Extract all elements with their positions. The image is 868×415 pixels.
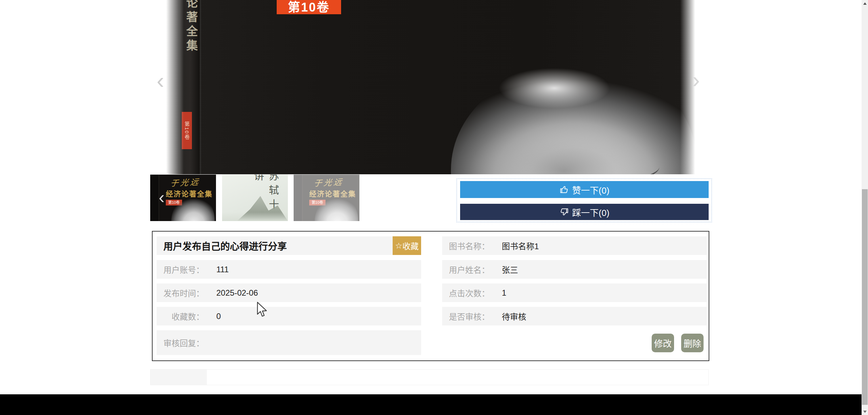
- thumb-spine: [150, 175, 159, 221]
- field-value: 2025-02-06: [216, 288, 258, 298]
- field-label: 收藏数：: [157, 310, 204, 322]
- thumb-mist-art: [222, 212, 288, 221]
- thumbs-down-icon: [559, 207, 569, 217]
- scrollbar-thumb[interactable]: [862, 189, 868, 405]
- page: 论著全集 第10卷 第10卷 ‹ › 于光远 经济论著全集 第10卷 苏轼十讲 …: [0, 0, 868, 415]
- thumbnail-book-2[interactable]: 苏轼十讲: [222, 175, 288, 221]
- detail-title: 用户发布自己的心得进行分享: [157, 239, 287, 253]
- field-value: 111: [216, 265, 229, 274]
- scrollbar-down-button[interactable]: [862, 408, 868, 415]
- dislike-button[interactable]: 踩一下(0): [460, 204, 709, 220]
- field-publish-time: 发布时间： 2025-02-06: [157, 283, 421, 302]
- book-cover-edge: [200, 0, 201, 174]
- delete-button[interactable]: 删除: [681, 334, 704, 352]
- field-book-name: 图书名称： 图书名称1: [442, 236, 707, 255]
- thumb-inactive-overlay: [294, 175, 359, 221]
- detail-panel: 用户发布自己的心得进行分享 ☆收藏 用户账号： 111 发布时间： 2025-0…: [152, 231, 709, 361]
- field-label: 点击次数：: [442, 287, 490, 299]
- field-value: 图书名称1: [502, 240, 539, 252]
- favorite-button[interactable]: ☆收藏: [393, 236, 421, 255]
- field-label: 是否审核：: [442, 310, 490, 322]
- portrait-highlight: [498, 68, 610, 108]
- footer-bar: [150, 369, 709, 385]
- volume-badge: 第10卷: [277, 0, 341, 14]
- field-review-reply: 审核回复：: [157, 330, 421, 355]
- field-label: 审核回复：: [157, 337, 204, 349]
- field-click-count: 点击次数： 1: [442, 283, 707, 302]
- footer-placeholder-box: [151, 370, 207, 385]
- field-user-account: 用户账号： 111: [157, 260, 421, 279]
- dislike-button-label: 踩一下(0): [572, 206, 610, 218]
- bottom-black-bar: [0, 394, 862, 415]
- field-label: 发布时间：: [157, 287, 204, 299]
- star-icon: ☆: [395, 241, 402, 251]
- field-label: 图书名称：: [442, 240, 490, 252]
- field-label: 用户账号：: [157, 263, 204, 275]
- scroll-down-icon: [863, 411, 867, 413]
- carousel-main-image: 论著全集 第10卷 第10卷: [166, 0, 695, 174]
- carousel-next-icon[interactable]: ›: [692, 70, 700, 90]
- thumb-author-signature: 于光远: [170, 175, 201, 189]
- field-value: 张三: [502, 263, 518, 275]
- mouse-cursor: [256, 302, 269, 319]
- field-favorite-count: 收藏数： 0: [157, 307, 421, 325]
- thumbnails-prev-icon[interactable]: ‹: [159, 189, 164, 206]
- favorite-button-label: 收藏: [402, 240, 419, 252]
- field-value: 0: [216, 312, 221, 321]
- scroll-up-icon: [863, 2, 867, 5]
- thumbs-up-icon: [559, 185, 569, 194]
- book-spine-title: 论著全集: [183, 0, 200, 54]
- image-left-fade: [166, 0, 184, 174]
- field-label: 用户姓名：: [442, 263, 490, 275]
- scrollbar-up-button[interactable]: [862, 0, 868, 7]
- field-review-status: 是否审核： 待审核: [442, 307, 707, 325]
- modify-button[interactable]: 修改: [652, 334, 674, 352]
- field-value: 待审核: [502, 310, 526, 322]
- carousel-prev-icon[interactable]: ‹: [157, 71, 164, 91]
- thumbnail-book-3[interactable]: 于光远 经济论著全集 第10卷: [294, 175, 359, 221]
- field-value: 1: [502, 288, 506, 298]
- like-button[interactable]: 赞一下(0): [460, 181, 709, 198]
- detail-title-row: 用户发布自己的心得进行分享 ☆收藏: [157, 236, 421, 255]
- like-button-label: 赞一下(0): [572, 183, 610, 196]
- field-user-name: 用户姓名： 张三: [442, 260, 707, 279]
- vertical-scrollbar[interactable]: [862, 0, 868, 415]
